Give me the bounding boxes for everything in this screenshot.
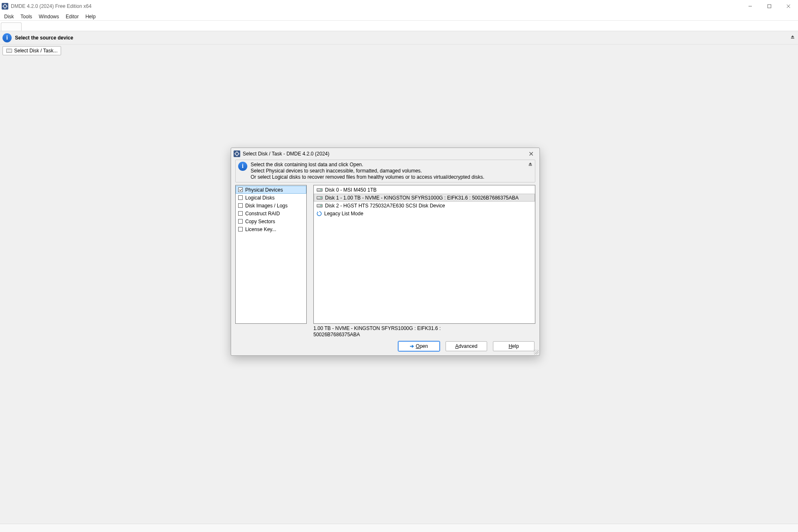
select-disk-dialog: Select Disk / Task - DMDE 4.2.0 (2024) i…	[231, 148, 540, 356]
minimize-button[interactable]	[741, 0, 760, 12]
hdd-icon	[317, 196, 323, 200]
checkbox-icon[interactable]	[238, 187, 243, 192]
toolbar: Select Disk / Task...	[0, 44, 798, 59]
dialog-title: Select Disk / Task - DMDE 4.2.0 (2024)	[243, 151, 330, 157]
menu-disk[interactable]: Disk	[1, 13, 17, 20]
resize-grip[interactable]	[534, 350, 539, 355]
checkbox-icon[interactable]	[238, 227, 243, 232]
task-label: Construct RAID	[245, 211, 280, 217]
titlebar[interactable]: DMDE 4.2.0 (2024) Free Edition x64	[0, 0, 798, 12]
close-button[interactable]	[779, 0, 798, 12]
hint-text: Select the source device	[15, 35, 73, 41]
hdd-icon	[317, 188, 323, 192]
app-icon	[234, 150, 240, 157]
menu-help[interactable]: Help	[82, 13, 99, 20]
task-item[interactable]: Construct RAID	[236, 209, 306, 217]
device-item[interactable]: Disk 2 - HGST HTS 725032A7E630 SCSI Disk…	[314, 202, 535, 209]
arrow-right-icon: ➔	[410, 343, 414, 349]
task-list[interactable]: Physical Devices Logical Disks Disk Imag…	[235, 185, 307, 324]
checkbox-icon[interactable]	[238, 219, 243, 224]
menu-tools[interactable]: Tools	[17, 13, 35, 20]
task-item[interactable]: Physical Devices	[236, 186, 306, 194]
empty-tab[interactable]	[1, 22, 22, 31]
dialog-info-panel: i Select the disk containing lost data a…	[235, 160, 535, 182]
eject-icon[interactable]	[791, 34, 795, 39]
checkbox-icon[interactable]	[238, 195, 243, 200]
selected-device-description: 1.00 TB - NVME - KINGSTON SFYRS1000G : E…	[313, 324, 535, 338]
dialog-button-row: ➔ Open Advanced Help	[231, 338, 539, 355]
select-disk-task-label: Select Disk / Task...	[14, 48, 57, 54]
menubar: Disk Tools Windows Editor Help	[0, 12, 798, 21]
info-icon: i	[2, 33, 12, 42]
dialog-info-text: Select the disk containing lost data and…	[251, 162, 484, 180]
task-label: Copy Sectors	[245, 219, 275, 224]
device-label: Legacy List Mode	[324, 211, 363, 217]
checkbox-icon[interactable]	[238, 203, 243, 208]
refresh-icon	[317, 211, 322, 216]
dialog-close-button[interactable]	[525, 149, 538, 158]
hdd-icon	[317, 204, 323, 207]
device-item[interactable]: Disk 0 - MSI M450 1TB	[314, 186, 535, 194]
status-bar	[0, 524, 798, 532]
advanced-button[interactable]: Advanced	[446, 341, 487, 351]
menu-windows[interactable]: Windows	[35, 13, 62, 20]
info-line: Select the disk containing lost data and…	[251, 162, 484, 168]
maximize-button[interactable]	[760, 0, 779, 12]
task-item[interactable]: Disk Images / Logs	[236, 202, 306, 209]
device-label: Disk 0 - MSI M450 1TB	[325, 187, 377, 193]
app-title: DMDE 4.2.0 (2024) Free Edition x64	[11, 3, 91, 9]
checkbox-icon[interactable]	[238, 211, 243, 216]
task-item[interactable]: Logical Disks	[236, 194, 306, 202]
task-label: Physical Devices	[245, 187, 283, 193]
app-icon	[2, 3, 8, 10]
open-button[interactable]: ➔ Open	[398, 341, 440, 351]
legacy-list-mode-item[interactable]: Legacy List Mode	[314, 209, 535, 217]
info-icon: i	[238, 162, 247, 171]
task-item[interactable]: Copy Sectors	[236, 217, 306, 225]
info-line: Or select Logical disks to recover remov…	[251, 174, 484, 180]
info-line: Select Physical devices to search inacce…	[251, 168, 484, 174]
dialog-titlebar[interactable]: Select Disk / Task - DMDE 4.2.0 (2024)	[231, 148, 539, 160]
device-label: Disk 1 - 1.00 TB - NVME - KINGSTON SFYRS…	[325, 195, 519, 201]
device-list[interactable]: Disk 0 - MSI M450 1TBDisk 1 - 1.00 TB - …	[313, 185, 535, 324]
device-label: Disk 2 - HGST HTS 725032A7E630 SCSI Disk…	[325, 203, 445, 209]
svg-rect-1	[791, 38, 794, 39]
task-item[interactable]: License Key...	[236, 225, 306, 233]
task-label: Logical Disks	[245, 195, 275, 201]
task-label: License Key...	[245, 227, 276, 232]
svg-rect-2	[529, 165, 532, 166]
svg-rect-0	[768, 5, 771, 8]
document-tab-strip	[0, 21, 798, 31]
help-button[interactable]: Help	[493, 341, 534, 351]
hint-bar: i Select the source device	[0, 31, 798, 44]
device-item[interactable]: Disk 1 - 1.00 TB - NVME - KINGSTON SFYRS…	[314, 194, 535, 202]
menu-editor[interactable]: Editor	[62, 13, 82, 20]
task-label: Disk Images / Logs	[245, 203, 288, 209]
keyboard-icon	[6, 49, 12, 53]
eject-icon[interactable]	[528, 162, 532, 167]
select-disk-task-button[interactable]: Select Disk / Task...	[2, 46, 61, 55]
